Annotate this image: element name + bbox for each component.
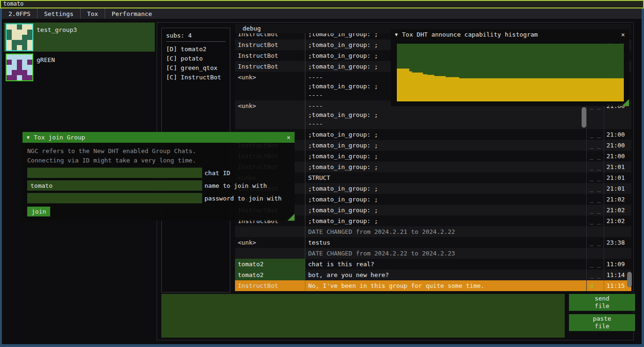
- join-field-row: password to join with: [27, 193, 290, 203]
- message-input[interactable]: [161, 294, 565, 338]
- menu-item-settings[interactable]: Settings: [38, 8, 81, 19]
- name-to-join-with-input[interactable]: [27, 180, 202, 191]
- subs-member-InstructBot[interactable]: [C] InstructBot: [166, 73, 226, 82]
- message-text: ;tomato_in_group: ;: [305, 162, 586, 172]
- password-to-join-with-input[interactable]: [27, 193, 202, 203]
- chat-ID-input[interactable]: [27, 168, 202, 178]
- message-time: 21:02: [604, 194, 631, 205]
- avatar-pixel: [17, 60, 22, 65]
- resize-grip-icon[interactable]: [622, 99, 629, 106]
- avatar-pixel: [22, 54, 27, 60]
- menu-item-performance[interactable]: Performance: [105, 8, 159, 19]
- resize-grip-icon[interactable]: [288, 214, 295, 221]
- avatar-pixel: [27, 70, 32, 75]
- avatar-pixel: [22, 30, 27, 35]
- join-window-titlebar[interactable]: ▼ Tox join Group ✕: [23, 132, 295, 143]
- message-flags: _ _: [586, 129, 604, 140]
- message-text: ;tomato_in_group: ;: [305, 129, 586, 140]
- message-row: tomato2bot, are you new here?_ _11:14: [235, 270, 631, 280]
- collapse-icon[interactable]: ▼: [395, 32, 398, 37]
- histogram-window-body: [391, 40, 629, 106]
- avatar-pixel: [12, 75, 17, 80]
- field-label: password to join with: [205, 195, 281, 202]
- message-time: [604, 226, 631, 237]
- message-text: ;tomato_in_group: ;: [305, 205, 586, 216]
- avatar-pixel: [12, 45, 17, 50]
- window-frame-right: [642, 8, 644, 344]
- avatar-pixel: [12, 40, 17, 45]
- menu-bar: 2.0FPS SettingsToxPerformance: [2, 8, 642, 19]
- message-flags: _ _: [586, 172, 604, 183]
- message-text: ;tomato_in_group: ;: [305, 216, 586, 226]
- window-frame-bottom: [0, 344, 644, 347]
- group-row-gREEN[interactable]: gREEN: [4, 53, 155, 82]
- group-row-test_group3[interactable]: test_group3: [4, 23, 155, 52]
- subs-member-tomato2[interactable]: [D] tomato2: [166, 45, 226, 54]
- avatar-pixel: [17, 30, 22, 35]
- avatar-pixel: [17, 75, 22, 80]
- avatar-pixel: [7, 45, 12, 50]
- close-icon[interactable]: ✕: [287, 134, 290, 141]
- message-text: ;tomato_in_group: ;: [305, 140, 586, 151]
- window-titlebar[interactable]: tomato: [0, 0, 644, 8]
- message-flags: _ _: [586, 140, 604, 151]
- avatar-pixel: [27, 54, 32, 60]
- message-text: No, I've been in this group for quite so…: [305, 280, 586, 291]
- message-flags: [586, 226, 604, 237]
- join-window-title: Tox join Group: [34, 134, 85, 141]
- message-author: <unk>: [235, 72, 305, 100]
- message-author: <unk>: [235, 100, 305, 129]
- avatar-pixel: [7, 54, 12, 60]
- message-flags: [586, 248, 604, 259]
- collapse-icon[interactable]: ▼: [27, 135, 30, 140]
- message-flags: _ _: [586, 270, 604, 280]
- join-button[interactable]: join: [27, 207, 50, 216]
- avatar-pixel: [27, 45, 32, 50]
- message-author: InstructBot: [235, 50, 305, 61]
- message-row: DATE CHANGED from 2024.2.21 to 2024.2.22: [235, 226, 631, 237]
- avatar-pixel: [22, 75, 27, 80]
- chat-scrollbar[interactable]: [627, 272, 632, 287]
- avatar-pixel: [27, 24, 32, 30]
- subs-list: [D] tomato2[C] potato[C] green_qtox[C] I…: [166, 45, 226, 82]
- message-flags: _ _: [586, 183, 604, 194]
- avatar-pixel: [7, 70, 12, 75]
- avatar-pixel: [17, 35, 22, 40]
- message-time: 21:02: [604, 216, 631, 226]
- histogram-window-titlebar[interactable]: ▼ Tox DHT announce capability histogram …: [391, 29, 629, 40]
- field-label: name to join with: [205, 182, 267, 189]
- message-time: 11:09: [604, 259, 631, 270]
- message-flags: d _: [586, 280, 604, 291]
- subs-separator: [166, 41, 226, 42]
- message-time: 21:01: [604, 183, 631, 194]
- avatar-pixel: [7, 30, 12, 35]
- message-author: tomato2: [235, 259, 305, 270]
- close-icon[interactable]: ✕: [621, 31, 625, 38]
- group-avatar: [6, 23, 33, 51]
- avatar-pixel: [12, 24, 17, 30]
- paste-file-button[interactable]: paste file: [569, 314, 635, 331]
- message-flags: _ _: [586, 194, 604, 205]
- avatar-pixel: [27, 60, 32, 65]
- message-time: [604, 248, 631, 259]
- messages-scrollbar[interactable]: [582, 107, 586, 128]
- message-text: STRUCT: [305, 172, 586, 183]
- avatar-pixel: [12, 70, 17, 75]
- send-file-button[interactable]: send file: [569, 294, 635, 311]
- subs-member-green_qtox[interactable]: [C] green_qtox: [166, 63, 226, 73]
- message-text: testus: [305, 237, 586, 248]
- histogram-window: ▼ Tox DHT announce capability histogram …: [391, 29, 629, 106]
- join-window-body: NGC refers to the New DHT enabled Group …: [23, 143, 295, 221]
- join-field-row: name to join with: [27, 180, 290, 191]
- menu-item-tox[interactable]: Tox: [81, 8, 105, 19]
- message-flags: _ _: [586, 162, 604, 172]
- join-field-row: chat ID: [27, 168, 290, 178]
- message-text: DATE CHANGED from 2024.2.21 to 2024.2.22: [305, 226, 586, 237]
- avatar-pixel: [27, 35, 32, 40]
- message-time: 21:00: [604, 151, 631, 162]
- avatar-pixel: [22, 45, 27, 50]
- message-flags: _ _: [586, 237, 604, 248]
- subs-member-potato[interactable]: [C] potato: [166, 54, 226, 63]
- avatar-pixel: [7, 65, 12, 70]
- message-time: 21:00: [604, 129, 631, 140]
